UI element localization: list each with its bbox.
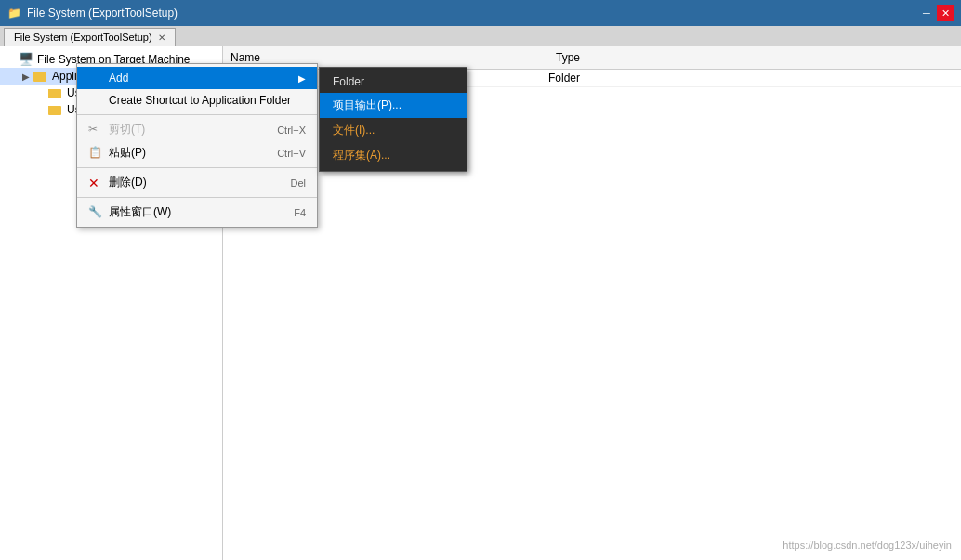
wrench-icon: 🔧 — [88, 205, 103, 220]
menu-item-cut[interactable]: ✂ 剪切(T) Ctrl+X — [77, 118, 317, 141]
submenu-assembly-label: 程序集(A)... — [333, 148, 390, 163]
col-type[interactable]: Type — [548, 49, 961, 66]
separator-2 — [77, 167, 317, 168]
menu-item-add[interactable]: Add ▶ Folder 项目输出(P)... 文件(I)... 程序集(A).… — [77, 67, 317, 89]
menu-delete-label: 删除(D) — [109, 175, 147, 190]
shortcut-icon — [88, 93, 103, 108]
delete-shortcut: Del — [290, 177, 306, 189]
title-bar: 📁 File System (ExportToolSetup) ─ ✕ — [0, 0, 961, 26]
watermark: https://blog.csdn.net/dog123x/uiheyin — [783, 540, 952, 551]
menu-cut-text: ✂ 剪切(T) — [88, 122, 145, 137]
menu-item-paste[interactable]: 📋 粘贴(P) Ctrl+V — [77, 141, 317, 164]
title-bar-controls: ─ ✕ — [918, 5, 954, 21]
menu-item-properties[interactable]: 🔧 属性窗口(W) F4 — [77, 201, 317, 224]
properties-shortcut: F4 — [294, 207, 306, 218]
submenu-folder-label: Folder — [333, 75, 364, 88]
context-menu: Add ▶ Folder 项目输出(P)... 文件(I)... 程序集(A).… — [76, 63, 318, 228]
folder-icon — [33, 70, 48, 83]
menu-create-shortcut-text: Create Shortcut to Application Folder — [88, 93, 291, 108]
root-icon: 🖥️ — [19, 52, 33, 66]
submenu-item-assembly[interactable]: 程序集(A)... — [320, 143, 467, 168]
tab-filesytem[interactable]: File System (ExportToolSetup) ✕ — [4, 28, 176, 46]
tab-label: File System (ExportToolSetup) — [14, 32, 152, 43]
close-button[interactable]: ✕ — [937, 5, 954, 21]
add-submenu: Folder 项目输出(P)... 文件(I)... 程序集(A)... — [319, 67, 467, 172]
tab-close-icon[interactable]: ✕ — [158, 33, 165, 43]
cut-shortcut: Ctrl+X — [277, 124, 306, 136]
submenu-item-file[interactable]: 文件(I)... — [320, 118, 467, 143]
scissors-icon: ✂ — [88, 123, 103, 137]
title-icon: 📁 — [7, 7, 21, 20]
menu-delete-text: ✕ 删除(D) — [88, 175, 147, 190]
folder-icon-2 — [48, 86, 63, 99]
menu-properties-text: 🔧 属性窗口(W) — [88, 204, 171, 220]
submenu-file-label: 文件(I)... — [333, 123, 375, 138]
title-text: File System (ExportToolSetup) — [27, 7, 178, 20]
menu-create-shortcut-label: Create Shortcut to Application Folder — [109, 94, 291, 107]
menu-item-add-text: Add — [88, 71, 128, 85]
minimize-button[interactable]: ─ — [918, 5, 935, 21]
submenu-item-project-output[interactable]: 项目输出(P)... — [320, 93, 467, 118]
menu-properties-label: 属性窗口(W) — [109, 204, 171, 220]
submenu-arrow-icon: ▶ — [298, 73, 306, 84]
menu-add-label: Add — [109, 72, 128, 85]
title-bar-left: 📁 File System (ExportToolSetup) — [7, 7, 178, 20]
menu-item-delete[interactable]: ✕ 删除(D) Del — [77, 171, 317, 194]
add-icon — [88, 71, 103, 85]
menu-item-create-shortcut[interactable]: Create Shortcut to Application Folder — [77, 89, 317, 111]
menu-cut-label: 剪切(T) — [109, 122, 145, 137]
submenu-project-output-label: 项目输出(P)... — [333, 98, 402, 113]
menu-paste-text: 📋 粘贴(P) — [88, 145, 146, 161]
separator-1 — [77, 114, 317, 115]
paste-shortcut: Ctrl+V — [277, 148, 306, 159]
separator-3 — [77, 197, 317, 198]
menu-paste-label: 粘贴(P) — [109, 145, 146, 161]
cell-type: Folder — [548, 72, 580, 85]
watermark-text: https://blog.csdn.net/dog123x/uiheyin — [783, 540, 952, 551]
tab-strip: File System (ExportToolSetup) ✕ — [0, 26, 961, 46]
chevron-right-icon: ▶ — [19, 72, 33, 82]
paste-icon: 📋 — [88, 146, 103, 161]
submenu-item-folder[interactable]: Folder — [320, 71, 467, 93]
delete-icon: ✕ — [88, 176, 103, 190]
folder-icon-3 — [48, 103, 63, 116]
